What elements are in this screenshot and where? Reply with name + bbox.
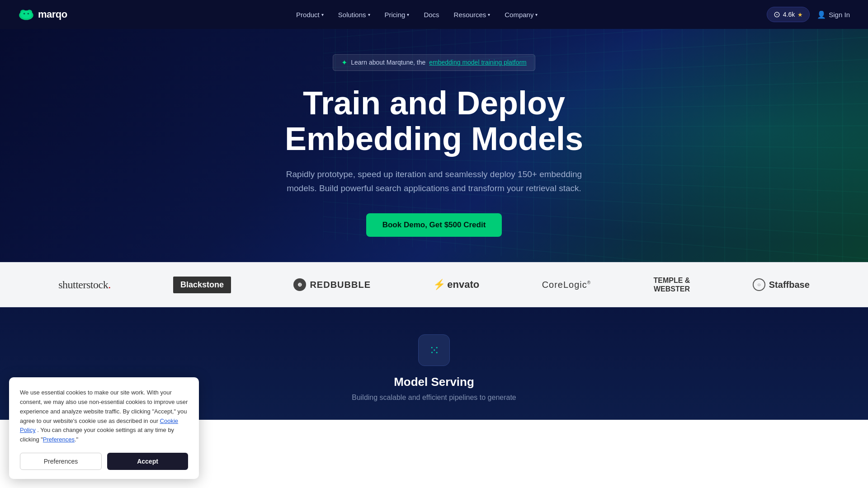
logo-temple-webster: TEMPLE & WEBSTER bbox=[654, 276, 690, 294]
github-icon: ⊙ bbox=[774, 9, 780, 19]
github-badge[interactable]: ⊙ 4.6k ★ bbox=[767, 7, 810, 22]
logo-redbubble: ⊕ REDBUBBLE bbox=[293, 276, 371, 294]
hero-section: ✦ Learn about Marqtune, the embedding mo… bbox=[0, 0, 868, 262]
logo-shutterstock: shutterstock. bbox=[58, 276, 110, 294]
logo-blackstone: Blackstone bbox=[173, 276, 231, 294]
hero-announcement-banner[interactable]: ✦ Learn about Marqtune, the embedding mo… bbox=[333, 54, 535, 71]
chevron-down-icon: ▾ bbox=[407, 12, 409, 17]
cookie-banner: We use essential cookies to make our sit… bbox=[9, 377, 199, 420]
nav-solutions[interactable]: Solutions ▾ bbox=[338, 11, 370, 19]
hero-subtitle: Rapidly prototype, speed up iteration an… bbox=[276, 168, 592, 195]
chevron-down-icon: ▾ bbox=[488, 12, 490, 17]
cookie-text: We use essential cookies to make our sit… bbox=[20, 388, 188, 420]
nav-pricing[interactable]: Pricing ▾ bbox=[385, 11, 410, 19]
logo[interactable]: marqo bbox=[18, 8, 67, 21]
sign-in-button[interactable]: 👤 Sign In bbox=[817, 10, 850, 19]
logos-bar: shutterstock. Blackstone ⊕ REDBUBBLE ⚡ e… bbox=[0, 262, 868, 307]
svg-point-5 bbox=[28, 13, 29, 15]
navbar: marqo Product ▾ Solutions ▾ Pricing ▾ Do… bbox=[0, 0, 868, 29]
nav-resources[interactable]: Resources ▾ bbox=[454, 11, 491, 19]
nav-product[interactable]: Product ▾ bbox=[296, 11, 324, 19]
chevron-down-icon: ▾ bbox=[535, 12, 538, 17]
logo-corelogic: CoreLogic® bbox=[542, 276, 591, 294]
logo-icon bbox=[18, 8, 34, 21]
nav-links: Product ▾ Solutions ▾ Pricing ▾ Docs Res… bbox=[296, 11, 538, 19]
nav-company[interactable]: Company ▾ bbox=[505, 11, 538, 19]
logo-text: marqo bbox=[38, 9, 67, 20]
logo-staffbase: ○ Staffbase bbox=[753, 276, 810, 294]
logo-envato: ⚡ envato bbox=[433, 276, 479, 294]
chevron-down-icon: ▾ bbox=[321, 12, 324, 17]
star-icon: ✦ bbox=[341, 58, 347, 67]
star-icon: ★ bbox=[797, 11, 803, 18]
banner-link[interactable]: embedding model training platform bbox=[429, 59, 527, 66]
hero-cta-button[interactable]: Book Demo, Get $500 Credit bbox=[366, 213, 502, 237]
model-serving-title: Model Serving bbox=[394, 375, 474, 389]
model-serving-icon-box: ⁙ bbox=[418, 334, 450, 366]
svg-point-4 bbox=[24, 13, 25, 15]
svg-point-3 bbox=[21, 10, 32, 19]
hero-title: Train and Deploy Embedding Models bbox=[276, 85, 592, 157]
hero-content: ✦ Learn about Marqtune, the embedding mo… bbox=[258, 54, 610, 237]
model-serving-icon: ⁙ bbox=[429, 343, 439, 358]
user-icon: 👤 bbox=[817, 10, 826, 19]
model-serving-subtitle: Building scalable and efficient pipeline… bbox=[352, 394, 516, 402]
nav-docs[interactable]: Docs bbox=[424, 11, 439, 19]
chevron-down-icon: ▾ bbox=[368, 12, 370, 17]
nav-right: ⊙ 4.6k ★ 👤 Sign In bbox=[767, 7, 850, 22]
